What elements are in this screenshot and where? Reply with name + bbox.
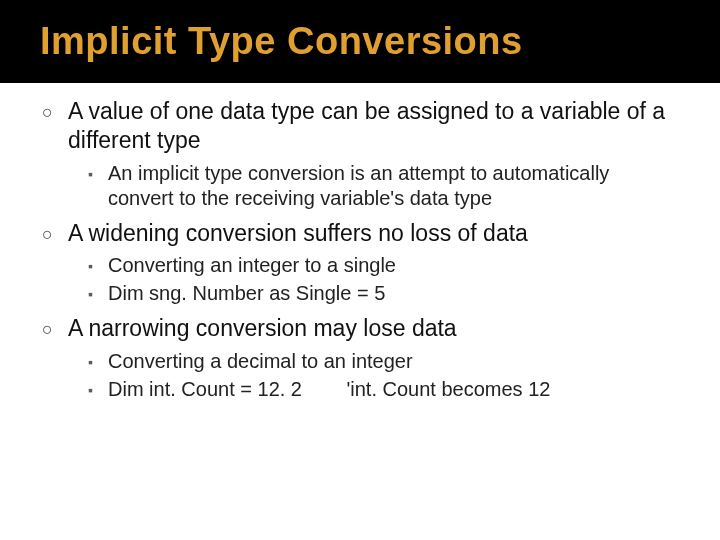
bullet-level2: ▪ Converting a decimal to an integer xyxy=(88,349,678,374)
circle-bullet-icon: ○ xyxy=(42,318,68,341)
sub-list: ▪ An implicit type conversion is an atte… xyxy=(88,161,678,211)
sub-list: ▪ Converting a decimal to an integer ▪ D… xyxy=(88,349,678,402)
circle-bullet-icon: ○ xyxy=(42,223,68,246)
sub-list: ▪ Converting an integer to a single ▪ Di… xyxy=(88,253,678,306)
square-bullet-icon: ▪ xyxy=(88,286,108,304)
bullet-level1: ○ A value of one data type can be assign… xyxy=(42,97,678,155)
bullet-level2: ▪ Dim int. Count = 12. 2 'int. Count bec… xyxy=(88,377,678,402)
circle-bullet-icon: ○ xyxy=(42,101,68,124)
slide: Implicit Type Conversions ○ A value of o… xyxy=(0,0,720,540)
sub-bullet-text: Dim sng. Number as Single = 5 xyxy=(108,281,678,306)
sub-bullet-text: An implicit type conversion is an attemp… xyxy=(108,161,678,211)
bullet-level2: ▪ Converting an integer to a single xyxy=(88,253,678,278)
bullet-text: A narrowing conversion may lose data xyxy=(68,314,678,343)
square-bullet-icon: ▪ xyxy=(88,166,108,184)
bullet-level1: ○ A narrowing conversion may lose data xyxy=(42,314,678,343)
square-bullet-icon: ▪ xyxy=(88,382,108,400)
title-band: Implicit Type Conversions xyxy=(0,0,720,83)
sub-bullet-text: Converting a decimal to an integer xyxy=(108,349,678,374)
bullet-text: A widening conversion suffers no loss of… xyxy=(68,219,678,248)
slide-title: Implicit Type Conversions xyxy=(40,20,720,63)
square-bullet-icon: ▪ xyxy=(88,258,108,276)
bullet-level2: ▪ An implicit type conversion is an atte… xyxy=(88,161,678,211)
square-bullet-icon: ▪ xyxy=(88,354,108,372)
slide-content: ○ A value of one data type can be assign… xyxy=(0,83,720,402)
sub-bullet-text: Converting an integer to a single xyxy=(108,253,678,278)
sub-bullet-text: Dim int. Count = 12. 2 'int. Count becom… xyxy=(108,377,678,402)
bullet-level1: ○ A widening conversion suffers no loss … xyxy=(42,219,678,248)
bullet-text: A value of one data type can be assigned… xyxy=(68,97,678,155)
bullet-level2: ▪ Dim sng. Number as Single = 5 xyxy=(88,281,678,306)
